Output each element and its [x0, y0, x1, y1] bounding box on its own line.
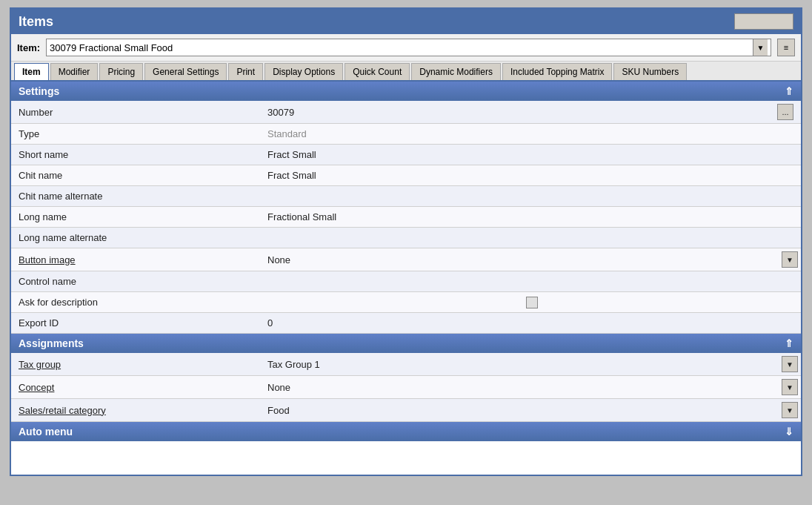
field-value-export-id: 0 — [263, 314, 801, 331]
field-value-long-name-alt — [263, 235, 801, 241]
tab-quick-count[interactable]: Quick Count — [345, 63, 410, 80]
item-label: Item: — [17, 42, 40, 53]
tax-group-dropdown-arrow[interactable]: ▼ — [782, 356, 798, 372]
tab-general-settings[interactable]: General Settings — [144, 63, 227, 80]
auto-menu-collapse-icon[interactable]: ⇓ — [785, 426, 793, 438]
item-value: 30079 Fractional Small Food — [50, 42, 753, 53]
field-label-export-id: Export ID — [11, 314, 263, 331]
concept-value: None — [267, 382, 782, 393]
field-value-long-name: Fractional Small — [263, 208, 801, 225]
main-window: Items Item: 30079 Fractional Small Food … — [10, 7, 802, 476]
field-value-tax-group: Tax Group 1 ▼ — [263, 353, 801, 375]
tab-item[interactable]: Item — [14, 63, 49, 80]
tab-pricing[interactable]: Pricing — [99, 63, 143, 80]
field-value-short-name: Fract Small — [263, 146, 801, 163]
field-value-control-name — [263, 279, 801, 285]
field-value-sales-retail: Food ▼ — [263, 399, 801, 421]
ask-description-checkbox[interactable] — [526, 297, 538, 308]
button-image-dropdown[interactable]: None ▼ — [267, 251, 801, 268]
field-label-sales-retail[interactable]: Sales/retail category — [11, 402, 263, 419]
field-label-short-name: Short name — [11, 146, 263, 163]
tab-print[interactable]: Print — [228, 63, 263, 80]
field-label-chit-name: Chit name — [11, 167, 263, 184]
field-row-button-image: Button image None ▼ — [11, 248, 801, 271]
number-value: 30079 — [267, 107, 294, 118]
item-selector[interactable]: 30079 Fractional Small Food ▼ — [46, 39, 771, 56]
field-value-concept: None ▼ — [263, 376, 801, 398]
field-label-control-name: Control name — [11, 273, 263, 290]
settings-section-header: Settings ⇑ — [11, 82, 801, 101]
export-id-value: 0 — [267, 317, 273, 329]
assignments-section-header: Assignments ⇑ — [11, 334, 801, 353]
field-row-control-name: Control name — [11, 271, 801, 292]
field-label-long-name-alt: Long name alternate — [11, 229, 263, 246]
field-row-long-name-alt: Long name alternate — [11, 228, 801, 248]
tax-group-value: Tax Group 1 — [267, 359, 782, 370]
button-image-dropdown-arrow[interactable]: ▼ — [782, 251, 798, 268]
field-label-button-image[interactable]: Button image — [11, 251, 263, 268]
field-row-sales-retail: Sales/retail category Food ▼ — [11, 399, 801, 422]
concept-dropdown-arrow[interactable]: ▼ — [782, 379, 798, 395]
field-value-type: Standard — [263, 125, 801, 142]
assignments-header-label: Assignments — [19, 337, 84, 349]
tabs-bar: Item Modifier Pricing General Settings P… — [11, 62, 801, 82]
scroll-icon: ≡ — [784, 43, 788, 52]
item-row: Item: 30079 Fractional Small Food ▼ ≡ — [11, 34, 801, 62]
auto-menu-header-label: Auto menu — [19, 426, 73, 438]
sales-retail-value: Food — [267, 405, 782, 416]
field-row-ask-description: Ask for description — [11, 292, 801, 313]
field-value-number: 30079 ... — [263, 101, 801, 123]
field-value-chit-name: Fract Small — [263, 167, 801, 184]
item-icon-button[interactable]: ≡ — [777, 39, 795, 56]
field-label-tax-group[interactable]: Tax group — [11, 356, 263, 373]
tab-included-topping-matrix[interactable]: Included Topping Matrix — [502, 63, 613, 80]
field-row-short-name: Short name Fract Small — [11, 145, 801, 165]
tax-group-dropdown[interactable]: Tax Group 1 ▼ — [267, 356, 801, 372]
field-row-export-id: Export ID 0 — [11, 313, 801, 334]
type-value: Standard — [267, 128, 307, 139]
tab-dynamic-modifiers[interactable]: Dynamic Modifiers — [411, 63, 501, 80]
field-row-long-name: Long name Fractional Small — [11, 207, 801, 228]
settings-header-label: Settings — [19, 85, 59, 97]
field-row-number: Number 30079 ... — [11, 101, 801, 124]
button-image-value: None — [267, 254, 782, 265]
field-row-concept: Concept None ▼ — [11, 376, 801, 399]
window-title: Items — [19, 14, 53, 30]
ellipsis-button[interactable]: ... — [777, 104, 793, 120]
item-dropdown-arrow[interactable]: ▼ — [753, 39, 768, 56]
field-value-ask-description — [263, 294, 801, 311]
concept-dropdown[interactable]: None ▼ — [267, 379, 801, 395]
content-area: Settings ⇑ Number 30079 ... Type Standar… — [11, 82, 801, 475]
field-label-chit-name-alt: Chit name alternate — [11, 188, 263, 205]
field-label-long-name: Long name — [11, 208, 263, 225]
field-row-tax-group: Tax group Tax Group 1 ▼ — [11, 353, 801, 376]
tab-display-options[interactable]: Display Options — [264, 63, 343, 80]
field-row-chit-name: Chit name Fract Small — [11, 165, 801, 186]
title-bar-controls — [734, 13, 793, 30]
field-value-button-image: None ▼ — [263, 248, 801, 271]
chit-name-value: Fract Small — [267, 170, 316, 181]
title-bar: Items — [11, 9, 801, 34]
sales-retail-dropdown[interactable]: Food ▼ — [267, 402, 801, 418]
field-label-concept[interactable]: Concept — [11, 379, 263, 396]
long-name-value: Fractional Small — [267, 211, 336, 222]
settings-collapse-icon[interactable]: ⇑ — [785, 85, 793, 97]
auto-menu-section-header: Auto menu ⇓ — [11, 422, 801, 441]
sales-retail-dropdown-arrow[interactable]: ▼ — [782, 402, 798, 418]
short-name-value: Fract Small — [267, 149, 316, 160]
tab-sku-numbers[interactable]: SKU Numbers — [613, 63, 687, 80]
field-value-chit-name-alt — [263, 194, 801, 199]
field-row-type: Type Standard — [11, 124, 801, 145]
tab-modifier[interactable]: Modifier — [50, 63, 99, 80]
assignments-collapse-icon[interactable]: ⇑ — [785, 337, 793, 349]
field-row-chit-name-alt: Chit name alternate — [11, 186, 801, 207]
field-label-ask-description: Ask for description — [11, 294, 263, 311]
field-label-number: Number — [11, 104, 263, 121]
field-label-type: Type — [11, 125, 263, 142]
